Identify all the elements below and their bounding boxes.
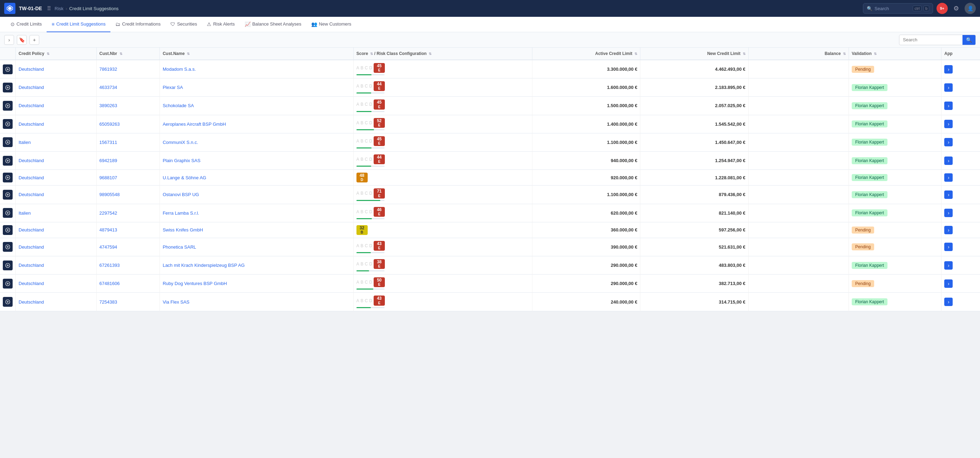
row-arrow-button[interactable]: ›: [944, 65, 953, 73]
col-cust-nbr[interactable]: Cust.Nbr ⇅: [96, 48, 160, 60]
cust-name-link[interactable]: Schokolade SA: [162, 103, 194, 108]
cust-name-link[interactable]: Swiss Knifes GmbH: [162, 227, 203, 233]
cust-name-link[interactable]: Lach mit Krach Kinderspielzeug BSP AG: [162, 263, 245, 268]
cust-name-link[interactable]: Via Flex SAS: [162, 300, 189, 304]
nav-credit-limit-suggestions[interactable]: ≡ Credit Limit Suggestions: [47, 17, 110, 32]
policy-link[interactable]: Italien: [19, 140, 31, 145]
cust-nbr-link[interactable]: 67261393: [100, 263, 120, 268]
policy-link[interactable]: Deutschland: [19, 244, 44, 250]
policy-link[interactable]: Deutschland: [19, 281, 44, 286]
cust-nbr-link[interactable]: 4879413: [100, 227, 118, 233]
row-cust-name: Swiss Knifes GmbH: [160, 222, 354, 238]
validation-badge: Florian Kappert: [852, 139, 888, 146]
nav-risk-alerts[interactable]: ⚠ Risk Alerts: [202, 17, 239, 32]
cust-nbr-link[interactable]: 2297542: [100, 211, 118, 216]
user-avatar[interactable]: 👤: [964, 3, 976, 14]
policy-link[interactable]: Deutschland: [19, 158, 44, 163]
policy-link[interactable]: Deutschland: [19, 300, 44, 304]
cust-nbr-link[interactable]: 1567311: [100, 140, 118, 145]
breadcrumb-root[interactable]: Risk: [55, 6, 64, 11]
row-arrow-button[interactable]: ›: [944, 157, 953, 165]
nav-credit-limit-suggestions-label: Credit Limit Suggestions: [56, 21, 105, 27]
col-credit-policy[interactable]: Credit Policy ⇅: [16, 48, 97, 60]
nav-credit-informations[interactable]: 🗂 Credit Informations: [110, 17, 165, 32]
col-score[interactable]: Score ⇅ / Risk Class Configuration ⇅: [353, 48, 532, 60]
row-app: ›: [942, 151, 980, 170]
table-search-button[interactable]: 🔍: [963, 35, 975, 45]
cust-name-link[interactable]: Ruby Dog Ventures BSP GmbH: [162, 281, 227, 286]
row-arrow-button[interactable]: ›: [944, 298, 953, 306]
row-arrow-button[interactable]: ›: [944, 101, 953, 110]
row-arrow-button[interactable]: ›: [944, 226, 953, 234]
grid-icon[interactable]: ⠿: [47, 5, 51, 12]
row-validation: Florian Kappert: [849, 293, 942, 311]
cust-nbr-link[interactable]: 6942189: [100, 158, 118, 163]
nav-credit-limits[interactable]: ⊙ Credit Limits: [6, 17, 47, 32]
cust-nbr-link[interactable]: 9688107: [100, 175, 118, 180]
add-button[interactable]: +: [29, 35, 39, 45]
risk-letter-d: D: [369, 157, 372, 162]
app-logo[interactable]: [4, 3, 16, 14]
col-app[interactable]: App: [942, 48, 980, 60]
settings-button[interactable]: ⚙: [951, 3, 962, 14]
cust-nbr-link[interactable]: 4747594: [100, 244, 118, 250]
cust-nbr-link[interactable]: 4633734: [100, 85, 118, 90]
cust-nbr-link[interactable]: 67481606: [100, 281, 120, 286]
cust-name-link[interactable]: Aeroplanes Aircraft BSP GmbH: [162, 122, 226, 127]
col-balance[interactable]: Balance ⇅: [748, 48, 849, 60]
row-arrow-button[interactable]: ›: [944, 138, 953, 146]
cust-name-link[interactable]: CommuniX S.n.c.: [162, 140, 198, 145]
cust-nbr-link[interactable]: 65059263: [100, 122, 120, 127]
cust-nbr-link[interactable]: 7861932: [100, 67, 118, 72]
col-active-credit-limit[interactable]: Active Credit Limit ⇅: [532, 48, 640, 60]
policy-link[interactable]: Italien: [19, 211, 31, 216]
row-app: ›: [942, 185, 980, 204]
svg-marker-1: [8, 7, 11, 10]
policy-link[interactable]: Deutschland: [19, 67, 44, 72]
row-arrow-button[interactable]: ›: [944, 279, 953, 288]
table-search-input[interactable]: [899, 35, 963, 44]
row-arrow-button[interactable]: ›: [944, 242, 953, 251]
policy-link[interactable]: Deutschland: [19, 263, 44, 268]
cust-name-link[interactable]: Ferra Lamba S.r.l.: [162, 211, 199, 216]
row-new-credit-limit: 1.254.947,00 €: [640, 151, 748, 170]
policy-link[interactable]: Deutschland: [19, 192, 44, 197]
row-icon: [3, 242, 13, 252]
row-arrow-button[interactable]: ›: [944, 261, 953, 269]
nav-balance-sheet-analyses[interactable]: 📈 Balance Sheet Analyses: [240, 17, 306, 32]
row-arrow-button[interactable]: ›: [944, 209, 953, 217]
expand-button[interactable]: ›: [4, 35, 14, 45]
notification-button[interactable]: 9+: [937, 3, 948, 14]
cust-nbr-link[interactable]: 3890263: [100, 103, 118, 108]
cust-name-link[interactable]: Phonetica SARL: [162, 244, 196, 250]
policy-link[interactable]: Deutschland: [19, 122, 44, 127]
policy-link[interactable]: Deutschland: [19, 175, 44, 180]
cust-name-link[interactable]: U.Lange & Söhne AG: [162, 175, 206, 180]
col-validation[interactable]: Validation ⇅: [849, 48, 942, 60]
cust-nbr-link[interactable]: 7254383: [100, 300, 118, 304]
col-cust-name[interactable]: Cust.Name ⇅: [160, 48, 354, 60]
policy-link[interactable]: Deutschland: [19, 103, 44, 108]
row-arrow-button[interactable]: ›: [944, 83, 953, 92]
nav-new-customers[interactable]: 👥 New Customers: [306, 17, 356, 32]
nav-securities[interactable]: 🛡 Securities: [165, 17, 202, 32]
row-arrow-button[interactable]: ›: [944, 120, 953, 128]
cust-name-link[interactable]: Plexar SA: [162, 85, 183, 90]
cust-nbr-link[interactable]: 98905548: [100, 192, 120, 197]
validation-badge: Florian Kappert: [852, 191, 888, 198]
cust-name-link[interactable]: Plain Graphix SAS: [162, 158, 200, 163]
policy-link[interactable]: Deutschland: [19, 85, 44, 90]
cust-name-link[interactable]: Modadom S.a.s.: [162, 67, 196, 72]
row-app: ›: [942, 170, 980, 185]
global-search-box[interactable]: 🔍 Search ctrl b: [863, 3, 933, 14]
row-arrow-button[interactable]: ›: [944, 190, 953, 199]
cust-name-link[interactable]: Ostanovi BSP UG: [162, 192, 199, 197]
row-cust-name: Plexar SA: [160, 78, 354, 97]
col-new-credit-limit[interactable]: New Credit Limit ⇅: [640, 48, 748, 60]
row-arrow-button[interactable]: ›: [944, 173, 953, 182]
bookmark-button[interactable]: 🔖: [17, 35, 27, 45]
row-icon: [3, 119, 13, 129]
risk-letter-c: C: [365, 280, 368, 285]
table-row: Deutschland 98905548 Ostanovi BSP UG A B…: [0, 185, 980, 204]
policy-link[interactable]: Deutschland: [19, 227, 44, 233]
